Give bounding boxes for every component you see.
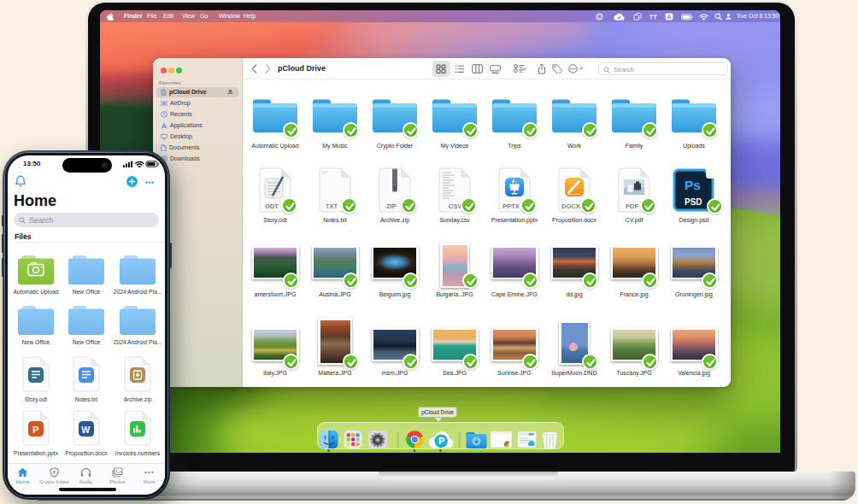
svg-text:W: W <box>81 425 90 435</box>
svg-text:P: P <box>32 425 38 435</box>
svg-text:P: P <box>438 436 444 446</box>
